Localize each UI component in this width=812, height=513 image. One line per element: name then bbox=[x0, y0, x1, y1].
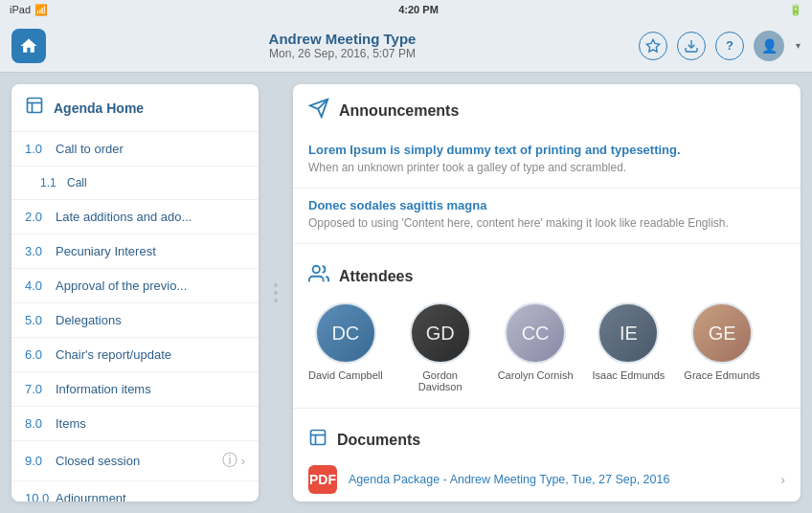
status-bar-right: 🔋 bbox=[789, 4, 802, 16]
sidebar-item-late-additions[interactable]: 2.0 Late additions and ado... bbox=[11, 200, 259, 234]
sidebar: Agenda Home 1.0 Call to order 1.1 Call 2… bbox=[11, 84, 259, 502]
attendee-grace[interactable]: GE Grace Edmunds bbox=[684, 302, 759, 392]
item-number: 3.0 bbox=[25, 244, 56, 258]
doc-item-1[interactable]: PDF Agenda Package - Andrew Meeting Type… bbox=[308, 456, 785, 502]
announcement-title-2: Donec sodales sagittis magna bbox=[308, 198, 785, 212]
item-label: Call to order bbox=[56, 142, 245, 156]
attendee-campbell[interactable]: DC David Campbell bbox=[308, 302, 383, 392]
attendee-name-cornish: Carolyn Cornish bbox=[498, 369, 574, 381]
question-icon: ? bbox=[726, 38, 733, 53]
item-number: 7.0 bbox=[25, 382, 56, 396]
attendee-davidson[interactable]: GD Gordon Davidson bbox=[402, 302, 479, 392]
nav-bar: Andrew Meeting Type Mon, 26 Sep, 2016, 5… bbox=[0, 19, 812, 73]
announcement-body-1: When an unknown printer took a galley of… bbox=[308, 161, 785, 174]
star-icon bbox=[645, 38, 661, 54]
download-icon bbox=[684, 38, 699, 54]
item-number: 5.0 bbox=[25, 313, 56, 327]
svg-marker-0 bbox=[646, 39, 659, 52]
sidebar-item-approval[interactable]: 4.0 Approval of the previo... bbox=[11, 269, 259, 303]
item-number: 6.0 bbox=[25, 347, 56, 362]
download-button[interactable] bbox=[677, 32, 706, 60]
sidebar-item-delegations[interactable]: 5.0 Delegations bbox=[11, 303, 259, 338]
svg-rect-6 bbox=[311, 431, 326, 445]
sidebar-item-information[interactable]: 7.0 Information items bbox=[11, 372, 259, 407]
sidebar-item-chairs-report[interactable]: 6.0 Chair's report/update bbox=[11, 338, 259, 372]
home-icon bbox=[19, 36, 38, 56]
announcement-title-1: Lorem Ipsum is simply dummy text of prin… bbox=[308, 143, 785, 157]
attendee-photo: GE bbox=[693, 304, 751, 362]
announcement-item-2[interactable]: Donec sodales sagittis magna Opposed to … bbox=[293, 189, 801, 244]
attendee-isaac[interactable]: IE Isaac Edmunds bbox=[593, 302, 665, 392]
sidebar-item-adjournment[interactable]: 10.0 Adjournment bbox=[11, 481, 259, 502]
item-label: Information items bbox=[56, 382, 245, 396]
attendees-section: Attendees DC David Campbell GD Gordon Da… bbox=[293, 244, 801, 409]
attendee-name-campbell: David Campbell bbox=[308, 369, 383, 381]
item-label: Delegations bbox=[56, 313, 245, 327]
attendees-icon bbox=[308, 263, 329, 289]
sidebar-header-label: Agenda Home bbox=[54, 100, 144, 116]
main-container: Agenda Home 1.0 Call to order 1.1 Call 2… bbox=[0, 73, 812, 513]
item-number: 2.0 bbox=[25, 210, 56, 224]
attendee-avatar-davidson: GD bbox=[410, 302, 471, 364]
nav-bar-right: ? 👤 ▾ bbox=[639, 31, 801, 61]
documents-icon bbox=[308, 428, 327, 452]
sidebar-item-call-to-order[interactable]: 1.0 Call to order bbox=[11, 132, 259, 167]
avatar-dropdown-arrow[interactable]: ▾ bbox=[796, 40, 801, 51]
documents-header: Documents bbox=[308, 418, 785, 456]
item-label: Late additions and ado... bbox=[56, 210, 245, 224]
resize-handle[interactable] bbox=[268, 84, 283, 502]
meeting-title: Andrew Meeting Type bbox=[269, 31, 417, 47]
sidebar-item-closed-session[interactable]: 9.0 Closed session ⓘ › bbox=[11, 441, 259, 481]
attendee-photo: GD bbox=[412, 304, 469, 362]
doc-chevron-1: › bbox=[780, 472, 785, 487]
attendee-name-isaac: Isaac Edmunds bbox=[593, 369, 665, 381]
item-number: 9.0 bbox=[25, 454, 56, 468]
item-number: 10.0 bbox=[25, 491, 56, 502]
star-button[interactable] bbox=[639, 32, 667, 60]
status-bar-left: iPad 📶 bbox=[10, 4, 48, 16]
pdf-icon-1: PDF bbox=[308, 465, 337, 494]
attendee-name-grace: Grace Edmunds bbox=[684, 369, 759, 381]
announcements-header: Announcements bbox=[293, 84, 801, 133]
nav-bar-left bbox=[11, 29, 46, 63]
content-area: Announcements Lorem Ipsum is simply dumm… bbox=[293, 84, 801, 502]
attendees-grid: DC David Campbell GD Gordon Davidson CC … bbox=[308, 302, 785, 392]
handle-dot bbox=[274, 299, 278, 302]
doc-label-1: Agenda Package - Andrew Meeting Type, Tu… bbox=[349, 473, 769, 486]
item-label: Chair's report/update bbox=[56, 347, 245, 362]
item-number: 1.0 bbox=[25, 142, 56, 156]
sidebar-item-pecuniary[interactable]: 3.0 Pecuniary Interest bbox=[11, 234, 259, 269]
documents-label: Documents bbox=[337, 432, 420, 449]
svg-rect-2 bbox=[28, 99, 42, 113]
item-number: 1.1 bbox=[40, 176, 67, 190]
help-button[interactable]: ? bbox=[715, 32, 744, 60]
handle-dot bbox=[274, 291, 278, 295]
sidebar-item-items[interactable]: 8.0 Items bbox=[11, 407, 259, 441]
attendee-avatar-grace: GE bbox=[691, 302, 753, 364]
chevron-right-icon: › bbox=[241, 454, 245, 468]
item-label: Pecuniary Interest bbox=[56, 244, 245, 258]
announcement-item-1[interactable]: Lorem Ipsum is simply dummy text of prin… bbox=[293, 133, 801, 189]
attendee-avatar-isaac: IE bbox=[598, 302, 659, 364]
sidebar-header[interactable]: Agenda Home bbox=[11, 84, 259, 132]
status-time: 4:20 PM bbox=[398, 4, 439, 15]
announcements-label: Announcements bbox=[339, 102, 459, 120]
home-button[interactable] bbox=[11, 29, 46, 63]
attendees-label: Attendees bbox=[339, 268, 413, 285]
wifi-icon: 📶 bbox=[34, 4, 48, 16]
meeting-date: Mon, 26 Sep, 2016, 5:07 PM bbox=[269, 47, 417, 60]
carrier-label: iPad bbox=[10, 4, 31, 15]
attendees-header: Attendees bbox=[308, 254, 785, 293]
svg-point-5 bbox=[313, 266, 320, 273]
user-avatar[interactable]: 👤 bbox=[754, 31, 784, 61]
attendee-name-davidson: Gordon Davidson bbox=[402, 369, 479, 392]
handle-dot bbox=[274, 283, 278, 287]
sidebar-item-call[interactable]: 1.1 Call bbox=[11, 167, 259, 200]
info-icon[interactable]: ⓘ bbox=[222, 451, 237, 471]
attendee-cornish[interactable]: CC Carolyn Cornish bbox=[498, 302, 574, 392]
item-label: Call bbox=[67, 176, 245, 190]
item-number: 4.0 bbox=[25, 279, 56, 293]
announcements-icon bbox=[308, 98, 329, 123]
attendee-avatar-campbell: DC bbox=[315, 302, 376, 364]
documents-section: Documents PDF Agenda Package - Andrew Me… bbox=[293, 409, 801, 502]
